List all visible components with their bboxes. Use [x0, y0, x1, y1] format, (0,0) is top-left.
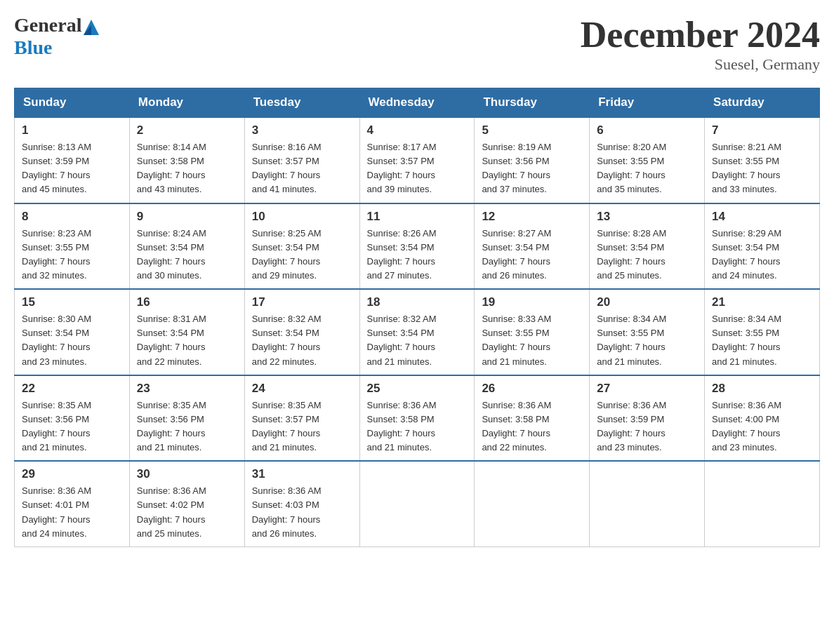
day-number: 3: [252, 123, 352, 137]
day-number: 9: [137, 210, 237, 224]
day-number: 27: [597, 382, 697, 396]
day-info: Sunrise: 8:36 AMSunset: 4:00 PMDaylight:…: [712, 398, 812, 455]
calendar-cell: 18Sunrise: 8:32 AMSunset: 3:54 PMDayligh…: [359, 289, 475, 375]
weekday-header-row: Sunday Monday Tuesday Wednesday Thursday…: [15, 88, 820, 118]
page-header: General Blue December 2024 Suesel, Germa…: [14, 14, 820, 74]
week-row-1: 1Sunrise: 8:13 AMSunset: 3:59 PMDaylight…: [15, 117, 820, 203]
calendar-cell: 31Sunrise: 8:36 AMSunset: 4:03 PMDayligh…: [244, 461, 359, 546]
calendar-cell: 17Sunrise: 8:32 AMSunset: 3:54 PMDayligh…: [244, 289, 359, 375]
calendar-cell: [705, 461, 820, 546]
day-info: Sunrise: 8:26 AMSunset: 3:54 PMDaylight:…: [367, 227, 468, 283]
svg-marker-1: [84, 25, 91, 35]
calendar-cell: 12Sunrise: 8:27 AMSunset: 3:54 PMDayligh…: [475, 203, 590, 290]
day-info: Sunrise: 8:36 AMSunset: 4:01 PMDaylight:…: [22, 484, 122, 541]
day-info: Sunrise: 8:36 AMSunset: 4:03 PMDaylight:…: [252, 484, 352, 541]
day-number: 23: [137, 382, 237, 396]
day-info: Sunrise: 8:25 AMSunset: 3:54 PMDaylight:…: [252, 227, 352, 283]
calendar-table: Sunday Monday Tuesday Wednesday Thursday…: [14, 88, 820, 547]
calendar-cell: 28Sunrise: 8:36 AMSunset: 4:00 PMDayligh…: [705, 375, 820, 462]
header-wednesday: Wednesday: [359, 88, 475, 118]
day-info: Sunrise: 8:35 AMSunset: 3:56 PMDaylight:…: [22, 398, 122, 455]
day-number: 20: [597, 295, 697, 309]
day-number: 29: [22, 467, 122, 481]
day-info: Sunrise: 8:31 AMSunset: 3:54 PMDaylight:…: [137, 312, 237, 369]
day-info: Sunrise: 8:33 AMSunset: 3:55 PMDaylight:…: [482, 312, 582, 369]
day-number: 16: [137, 295, 237, 309]
day-info: Sunrise: 8:32 AMSunset: 3:54 PMDaylight:…: [367, 312, 468, 369]
day-number: 1: [22, 123, 122, 137]
day-info: Sunrise: 8:36 AMSunset: 4:02 PMDaylight:…: [137, 484, 237, 541]
calendar-cell: 22Sunrise: 8:35 AMSunset: 3:56 PMDayligh…: [15, 375, 130, 462]
day-info: Sunrise: 8:21 AMSunset: 3:55 PMDaylight:…: [712, 140, 812, 197]
day-info: Sunrise: 8:27 AMSunset: 3:54 PMDaylight:…: [482, 227, 582, 283]
calendar-cell: 26Sunrise: 8:36 AMSunset: 3:58 PMDayligh…: [475, 375, 590, 462]
day-number: 15: [22, 295, 122, 309]
day-info: Sunrise: 8:17 AMSunset: 3:57 PMDaylight:…: [367, 140, 468, 197]
calendar-cell: 25Sunrise: 8:36 AMSunset: 3:58 PMDayligh…: [359, 375, 475, 462]
calendar-cell: 6Sunrise: 8:20 AMSunset: 3:55 PMDaylight…: [590, 117, 705, 203]
day-info: Sunrise: 8:20 AMSunset: 3:55 PMDaylight:…: [597, 140, 697, 197]
calendar-cell: 15Sunrise: 8:30 AMSunset: 3:54 PMDayligh…: [15, 289, 130, 375]
day-number: 13: [597, 210, 697, 224]
calendar-cell: 11Sunrise: 8:26 AMSunset: 3:54 PMDayligh…: [359, 203, 475, 290]
calendar-cell: 2Sunrise: 8:14 AMSunset: 3:58 PMDaylight…: [129, 117, 244, 203]
calendar-cell: 9Sunrise: 8:24 AMSunset: 3:54 PMDaylight…: [129, 203, 244, 290]
calendar-cell: 4Sunrise: 8:17 AMSunset: 3:57 PMDaylight…: [359, 117, 475, 203]
day-info: Sunrise: 8:24 AMSunset: 3:54 PMDaylight:…: [137, 227, 237, 283]
calendar-cell: 16Sunrise: 8:31 AMSunset: 3:54 PMDayligh…: [129, 289, 244, 375]
day-info: Sunrise: 8:34 AMSunset: 3:55 PMDaylight:…: [712, 312, 812, 369]
day-info: Sunrise: 8:16 AMSunset: 3:57 PMDaylight:…: [252, 140, 352, 197]
calendar-cell: 21Sunrise: 8:34 AMSunset: 3:55 PMDayligh…: [705, 289, 820, 375]
calendar-cell: [359, 461, 475, 546]
logo-general: General: [14, 14, 81, 36]
day-number: 5: [482, 123, 582, 137]
header-saturday: Saturday: [705, 88, 820, 118]
day-number: 31: [252, 467, 352, 481]
day-number: 25: [367, 382, 468, 396]
day-info: Sunrise: 8:35 AMSunset: 3:57 PMDaylight:…: [252, 398, 352, 455]
day-info: Sunrise: 8:19 AMSunset: 3:56 PMDaylight:…: [482, 140, 582, 197]
day-number: 28: [712, 382, 812, 396]
calendar-cell: [475, 461, 590, 546]
calendar-cell: 14Sunrise: 8:29 AMSunset: 3:54 PMDayligh…: [705, 203, 820, 290]
day-info: Sunrise: 8:13 AMSunset: 3:59 PMDaylight:…: [22, 140, 122, 197]
day-number: 10: [252, 210, 352, 224]
calendar-cell: 24Sunrise: 8:35 AMSunset: 3:57 PMDayligh…: [244, 375, 359, 462]
header-friday: Friday: [590, 88, 705, 118]
day-info: Sunrise: 8:32 AMSunset: 3:54 PMDaylight:…: [252, 312, 352, 369]
calendar-cell: 1Sunrise: 8:13 AMSunset: 3:59 PMDaylight…: [15, 117, 130, 203]
day-number: 4: [367, 123, 468, 137]
day-number: 21: [712, 295, 812, 309]
day-number: 17: [252, 295, 352, 309]
day-number: 2: [137, 123, 237, 137]
day-number: 19: [482, 295, 582, 309]
calendar-cell: 27Sunrise: 8:36 AMSunset: 3:59 PMDayligh…: [590, 375, 705, 462]
day-info: Sunrise: 8:14 AMSunset: 3:58 PMDaylight:…: [137, 140, 237, 197]
week-row-2: 8Sunrise: 8:23 AMSunset: 3:55 PMDaylight…: [15, 203, 820, 290]
calendar-cell: 8Sunrise: 8:23 AMSunset: 3:55 PMDaylight…: [15, 203, 130, 290]
calendar-cell: 30Sunrise: 8:36 AMSunset: 4:02 PMDayligh…: [129, 461, 244, 546]
header-thursday: Thursday: [475, 88, 590, 118]
day-number: 24: [252, 382, 352, 396]
day-number: 8: [22, 210, 122, 224]
day-number: 22: [22, 382, 122, 396]
calendar-cell: 19Sunrise: 8:33 AMSunset: 3:55 PMDayligh…: [475, 289, 590, 375]
calendar-cell: 20Sunrise: 8:34 AMSunset: 3:55 PMDayligh…: [590, 289, 705, 375]
day-info: Sunrise: 8:36 AMSunset: 3:58 PMDaylight:…: [482, 398, 582, 455]
week-row-5: 29Sunrise: 8:36 AMSunset: 4:01 PMDayligh…: [15, 461, 820, 546]
header-tuesday: Tuesday: [244, 88, 359, 118]
header-monday: Monday: [129, 88, 244, 118]
logo-icon: [84, 20, 99, 35]
day-number: 7: [712, 123, 812, 137]
day-number: 12: [482, 210, 582, 224]
day-info: Sunrise: 8:36 AMSunset: 3:59 PMDaylight:…: [597, 398, 697, 455]
calendar-cell: 29Sunrise: 8:36 AMSunset: 4:01 PMDayligh…: [15, 461, 130, 546]
day-info: Sunrise: 8:30 AMSunset: 3:54 PMDaylight:…: [22, 312, 122, 369]
day-number: 26: [482, 382, 582, 396]
logo-blue: Blue: [14, 36, 99, 59]
title-section: December 2024 Suesel, Germany: [581, 14, 820, 74]
logo: General Blue: [14, 14, 99, 59]
calendar-cell: 10Sunrise: 8:25 AMSunset: 3:54 PMDayligh…: [244, 203, 359, 290]
day-info: Sunrise: 8:28 AMSunset: 3:54 PMDaylight:…: [597, 227, 697, 283]
day-number: 18: [367, 295, 468, 309]
